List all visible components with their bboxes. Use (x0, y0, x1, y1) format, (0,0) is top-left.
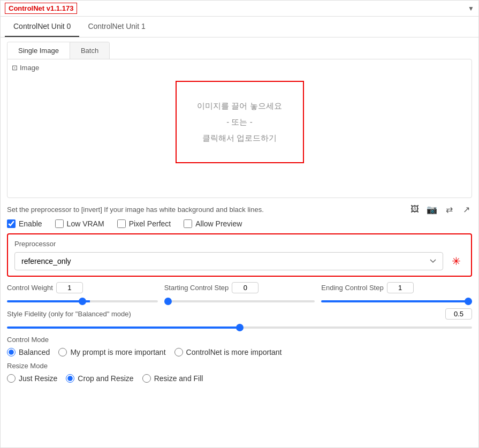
enable-checkbox[interactable] (7, 219, 16, 228)
style-fidelity-slider: Style Fidelity (only for "Balanced" mode… (7, 308, 472, 330)
preprocessor-star-button[interactable]: ✳ (447, 252, 465, 270)
preprocessor-section: Preprocessor reference_only none canny d… (7, 233, 472, 277)
control-mode-label: Control Mode (7, 336, 472, 344)
pixel-perfect-option[interactable]: Pixel Perfect (117, 219, 171, 228)
radio-prompt[interactable] (58, 348, 67, 356)
control-weight-label: Control Weight (7, 284, 53, 292)
control-weight-value[interactable] (56, 282, 83, 293)
control-mode-section: Control Mode Balanced My prompt is more … (7, 336, 472, 356)
three-col-sliders: Control Weight Starting Control Step End… (7, 282, 472, 304)
camera-icon[interactable]: 📷 (426, 203, 438, 215)
options-row: Enable Low VRAM Pixel Perfect Allow Prev… (7, 219, 472, 228)
preprocessor-row: reference_only none canny depth ✳ (14, 252, 465, 270)
radio-controlnet[interactable] (174, 348, 183, 356)
unit-tabs: ControlNet Unit 0 ControlNet Unit 1 (1, 17, 478, 37)
resize-crop[interactable]: Crop and Resize (66, 374, 133, 383)
enable-label: Enable (19, 219, 42, 228)
radio-resize-fill[interactable] (142, 374, 151, 383)
pixel-perfect-checkbox[interactable] (117, 219, 126, 228)
radio-just-resize[interactable] (7, 374, 16, 383)
style-fidelity-range[interactable] (7, 326, 472, 329)
main-container: ControlNet v1.1.173 ▼ ControlNet Unit 0 … (0, 0, 479, 448)
control-mode-controlnet[interactable]: ControlNet is more important (174, 348, 282, 356)
preprocessor-select[interactable]: reference_only none canny depth (14, 252, 443, 270)
starting-step-slider-col: Starting Control Step (164, 282, 315, 304)
radio-crop-resize-label: Crop and Resize (78, 374, 133, 383)
radio-resize-fill-label: Resize and Fill (154, 374, 203, 383)
upload-text-line1: 이미지를 끌어 놓으세요 (187, 98, 292, 114)
starting-step-label: Starting Control Step (164, 284, 229, 292)
upload-text-line2: - 또는 - (187, 114, 292, 130)
ending-step-label: Ending Control Step (321, 284, 383, 292)
radio-prompt-label: My prompt is more important (70, 348, 165, 356)
preprocessor-label: Preprocessor (14, 240, 465, 248)
allow-preview-label: Allow Preview (195, 219, 242, 228)
enable-option[interactable]: Enable (7, 219, 42, 228)
hint-text: Set the preprocessor to [invert] If your… (7, 206, 264, 214)
control-mode-prompt[interactable]: My prompt is more important (58, 348, 165, 356)
ending-step-value[interactable] (387, 282, 414, 293)
ending-step-range[interactable] (321, 300, 472, 302)
image-icon: ⊡ (12, 64, 18, 72)
radio-balanced-label: Balanced (19, 348, 50, 356)
resize-fill[interactable]: Resize and Fill (142, 374, 203, 383)
resize-mode-radio-group: Just Resize Crop and Resize Resize and F… (7, 374, 472, 383)
mode-tabs-container: Single Image Batch (7, 42, 472, 59)
arrow-right-icon[interactable]: ↗ (460, 203, 472, 215)
collapse-arrow[interactable]: ▼ (468, 5, 474, 12)
tab-unit-1[interactable]: ControlNet Unit 1 (79, 17, 154, 37)
upload-text-line3: 클릭해서 업로드하기 (187, 130, 292, 146)
pixel-perfect-label: Pixel Perfect (129, 219, 171, 228)
content-area: Single Image Batch ⊡ Image 이미지를 끌어 놓으세요 … (1, 37, 478, 392)
radio-balanced[interactable] (7, 348, 16, 356)
hint-icons: 🖼 📷 ⇄ ↗ (409, 203, 472, 215)
header: ControlNet v1.1.173 ▼ (1, 1, 478, 17)
image-label: ⊡ Image (12, 64, 39, 72)
starting-step-value[interactable] (232, 282, 258, 293)
control-weight-slider-col: Control Weight (7, 282, 158, 304)
allow-preview-option[interactable]: Allow Preview (184, 219, 242, 228)
control-mode-radio-group: Balanced My prompt is more important Con… (7, 348, 472, 356)
swap-icon[interactable]: ⇄ (443, 203, 455, 215)
low-vram-checkbox[interactable] (55, 219, 64, 228)
control-mode-balanced[interactable]: Balanced (7, 348, 50, 356)
ending-step-slider-col: Ending Control Step (321, 282, 472, 304)
radio-just-resize-label: Just Resize (19, 374, 57, 383)
low-vram-option[interactable]: Low VRAM (55, 219, 104, 228)
resize-mode-section: Resize Mode Just Resize Crop and Resize … (7, 362, 472, 383)
mode-tabs: Single Image Batch (7, 42, 110, 59)
radio-crop-resize[interactable] (66, 374, 74, 383)
style-fidelity-label: Style Fidelity (only for "Balanced" mode… (7, 310, 131, 318)
control-weight-range[interactable] (7, 300, 158, 302)
style-fidelity-value[interactable] (445, 308, 472, 320)
image-edit-icon[interactable]: 🖼 (409, 203, 421, 215)
tab-unit-0[interactable]: ControlNet Unit 0 (5, 17, 79, 37)
resize-mode-label: Resize Mode (7, 362, 472, 370)
starting-step-range[interactable] (164, 300, 315, 302)
radio-controlnet-label: ControlNet is more important (186, 348, 282, 356)
resize-just[interactable]: Just Resize (7, 374, 57, 383)
low-vram-label: Low VRAM (67, 219, 104, 228)
hint-row: Set the preprocessor to [invert] If your… (7, 203, 472, 215)
app-title: ControlNet v1.1.173 (5, 3, 77, 14)
upload-dropzone[interactable]: 이미지를 끌어 놓으세요 - 또는 - 클릭해서 업로드하기 (176, 81, 304, 163)
tab-batch[interactable]: Batch (70, 42, 109, 59)
tab-single-image[interactable]: Single Image (7, 42, 70, 59)
allow-preview-checkbox[interactable] (184, 219, 192, 228)
image-upload-area[interactable]: ⊡ Image 이미지를 끌어 놓으세요 - 또는 - 클릭해서 업로드하기 (7, 59, 472, 198)
